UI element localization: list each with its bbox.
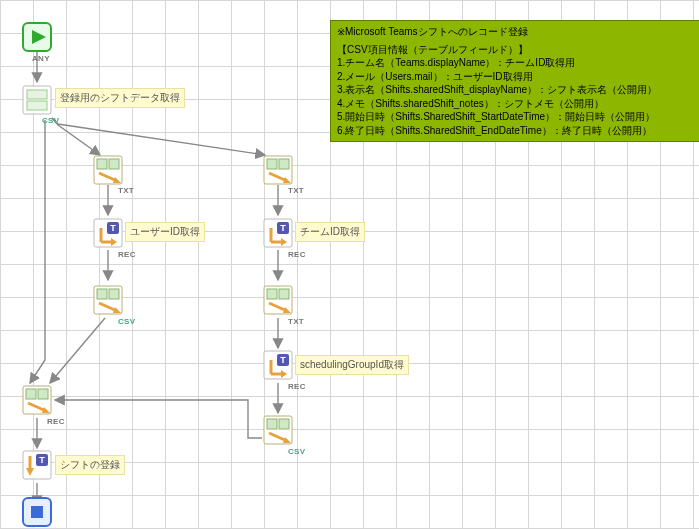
svg-text:T: T (110, 223, 116, 233)
shift-register-node[interactable]: T (22, 450, 52, 480)
note-sched-id: schedulingGroupId取得 (295, 355, 409, 375)
svg-text:T: T (39, 455, 45, 465)
info-line-2: 2.メール（Users.mail）：ユーザーID取得用 (337, 70, 695, 84)
svg-rect-31 (97, 289, 107, 299)
end-node[interactable] (22, 497, 52, 527)
port-csv-l: CSV (118, 317, 135, 326)
port-rec-m: REC (47, 417, 65, 426)
txt-producer-left[interactable] (93, 155, 123, 185)
svg-rect-43 (26, 389, 36, 399)
info-title: ※Microsoft Teamsシフトへのレコード登録 (337, 25, 695, 39)
txt-producer-right[interactable] (263, 155, 293, 185)
info-section: 【CSV項目情報（テーブルフィールド）】 (337, 43, 695, 57)
svg-rect-44 (38, 389, 48, 399)
svg-rect-16 (109, 159, 119, 169)
svg-text:T: T (280, 223, 286, 233)
merge-node[interactable] (22, 385, 52, 415)
port-csv-1: CSV (42, 116, 59, 125)
port-txt-l: TXT (118, 186, 134, 195)
svg-rect-48 (279, 419, 289, 429)
info-line-3: 3.表示名（Shifts.sharedShift_displayName）：シフ… (337, 83, 695, 97)
flow-canvas: ※Microsoft Teamsシフトへのレコード登録 【CSV項目情報（テーブ… (0, 0, 699, 529)
svg-rect-35 (267, 289, 277, 299)
info-line-1: 1.チーム名（Teams.displayName）：チームID取得用 (337, 56, 695, 70)
svg-rect-47 (267, 419, 277, 429)
port-rec-l: REC (118, 250, 136, 259)
svg-text:T: T (280, 355, 286, 365)
note-register: シフトの登録 (55, 455, 125, 475)
csv-producer-right[interactable] (263, 415, 293, 445)
teams-user-node[interactable]: T (93, 218, 123, 248)
svg-rect-13 (27, 101, 47, 110)
note-team-id: チームID取得 (295, 222, 365, 242)
port-txt-r2: TXT (288, 317, 304, 326)
port-any: ANY (32, 54, 50, 63)
start-node[interactable] (22, 22, 52, 52)
port-rec-s: REC (288, 382, 306, 391)
info-sticky: ※Microsoft Teamsシフトへのレコード登録 【CSV項目情報（テーブ… (330, 20, 699, 142)
scheduling-group-node[interactable]: T (263, 350, 293, 380)
svg-rect-12 (27, 90, 47, 99)
svg-rect-15 (97, 159, 107, 169)
svg-rect-20 (279, 159, 289, 169)
port-rec-r: REC (288, 250, 306, 259)
info-line-4: 4.メモ（Shifts.sharedShift_notes）：シフトメモ（公開用… (337, 97, 695, 111)
csv-loader-node[interactable] (22, 85, 52, 115)
csv-producer-left[interactable] (93, 285, 123, 315)
info-line-6: 6.終了日時（Shifts.SharedShift_EndDateTime）：終… (337, 124, 695, 138)
port-txt-r: TXT (288, 186, 304, 195)
svg-rect-19 (267, 159, 277, 169)
note-load-csv: 登録用のシフトデータ取得 (55, 88, 185, 108)
info-line-5: 5.開始日時（Shifts.SharedShift_StartDateTime）… (337, 110, 695, 124)
svg-rect-36 (279, 289, 289, 299)
svg-rect-32 (109, 289, 119, 299)
port-csv-r: CSV (288, 447, 305, 456)
txt-producer-right-2[interactable] (263, 285, 293, 315)
svg-rect-55 (31, 506, 43, 518)
teams-team-node[interactable]: T (263, 218, 293, 248)
note-user-id: ユーザーID取得 (125, 222, 205, 242)
